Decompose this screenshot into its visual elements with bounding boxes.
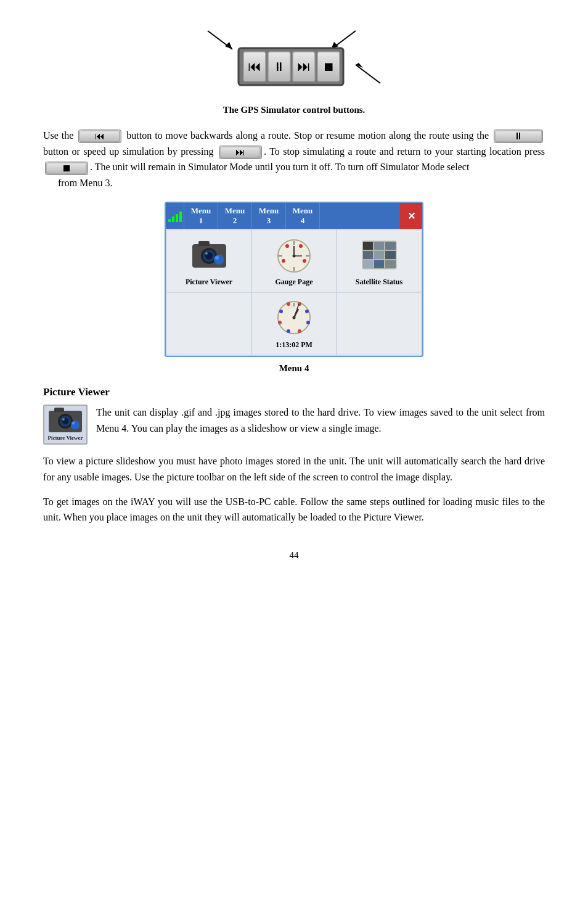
pv-icon-box: Picture Viewer: [43, 405, 88, 445]
menu-cell-empty-2: [337, 293, 421, 355]
svg-point-28: [205, 252, 208, 255]
svg-rect-50: [385, 242, 396, 250]
stop-inline: ⏹: [45, 162, 88, 175]
svg-point-64: [287, 329, 290, 333]
svg-rect-24: [198, 241, 210, 246]
menu-cell-clock[interactable]: 1:13:02 PM: [252, 293, 336, 355]
pv-para2: To get images on the iWAY you will use t…: [43, 494, 545, 525]
pv-camera-svg: [47, 406, 84, 435]
svg-rect-49: [374, 242, 384, 250]
signal-bar-4: [179, 212, 182, 222]
svg-text:⏸: ⏸: [273, 60, 285, 73]
gps-buttons-wrapper: ⏮ ⏸ ⏭ ⏹: [189, 25, 399, 93]
svg-point-37: [299, 244, 303, 248]
pv-icon-label: Picture Viewer: [47, 435, 83, 441]
pv-intro: Picture Viewer The unit can display .gif…: [43, 405, 545, 445]
svg-point-38: [282, 259, 285, 263]
menu4-tabs: Menu1 Menu2 Menu3 Menu4 ✕: [166, 203, 422, 229]
gps-caption: The GPS Simulator control buttons.: [223, 105, 365, 115]
skip-back-inline: ⏮: [78, 130, 121, 143]
page-number: 44: [43, 550, 545, 561]
svg-text:⏮: ⏮: [95, 131, 105, 141]
svg-line-4: [356, 65, 380, 83]
menu4-caption: Menu 4: [279, 363, 309, 374]
svg-point-30: [215, 256, 219, 260]
menu4-grid: Menu1 Menu2 Menu3 Menu4 ✕: [165, 202, 423, 357]
svg-point-69: [293, 316, 296, 319]
signal-bar-3: [176, 214, 178, 222]
svg-text:⏭: ⏭: [297, 59, 311, 74]
pause-inline: ⏸: [494, 130, 543, 143]
pv-para1: To view a picture slideshow you must hav…: [43, 453, 545, 485]
menu-cell-satellite-status[interactable]: Satellite Status: [337, 230, 421, 292]
menu4-grid-body: Picture Viewer: [166, 229, 422, 356]
menu-cell-empty-1: [167, 293, 251, 355]
fwd-inline: ⏭: [219, 146, 262, 159]
signal-bar-1: [168, 219, 171, 222]
svg-point-29: [214, 255, 224, 265]
satellite-icon: [357, 237, 401, 274]
gauge-svg: [275, 237, 313, 273]
svg-point-39: [303, 259, 306, 263]
signal-icon: [166, 203, 184, 229]
clock-svg: [275, 300, 313, 336]
gps-arrows-svg: ⏮ ⏸ ⏭ ⏹: [189, 25, 399, 93]
menu-close-button[interactable]: ✕: [400, 203, 422, 229]
satellite-status-label: Satellite Status: [356, 278, 402, 287]
gps-body-text: Use the ⏮ button to move backwards along…: [43, 128, 545, 191]
svg-point-63: [306, 321, 310, 324]
svg-point-58: [287, 302, 290, 306]
menu-cell-gauge-page[interactable]: Gauge Page: [252, 230, 336, 292]
pv-section-title: Picture Viewer: [43, 386, 545, 398]
picture-viewer-label: Picture Viewer: [186, 278, 232, 287]
svg-point-65: [298, 329, 301, 333]
svg-point-75: [62, 418, 65, 421]
svg-rect-56: [385, 260, 396, 268]
svg-rect-48: [363, 242, 373, 250]
svg-text:⏹: ⏹: [62, 163, 71, 173]
svg-rect-54: [363, 260, 373, 268]
menu-tab-4[interactable]: Menu4: [286, 203, 320, 229]
svg-text:⏹: ⏹: [322, 60, 335, 73]
gauge-icon: [272, 237, 316, 274]
svg-text:⏭: ⏭: [235, 147, 245, 157]
svg-rect-51: [363, 251, 373, 259]
svg-rect-71: [54, 408, 64, 412]
gps-figure: ⏮ ⏸ ⏭ ⏹ The GPS Simulator control button…: [43, 25, 545, 121]
pv-intro-text: The unit can display .gif and .jpg image…: [96, 405, 545, 436]
clock-icon: [272, 300, 316, 337]
svg-text:⏮: ⏮: [248, 59, 261, 74]
svg-point-60: [279, 310, 283, 313]
time-label: 1:13:02 PM: [276, 340, 312, 350]
camera-svg: [189, 238, 229, 272]
menu-tab-1[interactable]: Menu1: [184, 203, 218, 229]
svg-point-62: [278, 321, 282, 324]
svg-point-76: [71, 421, 80, 429]
signal-bar-2: [172, 216, 174, 222]
picture-viewer-icon: [187, 237, 231, 274]
picture-viewer-section: Picture Viewer Picture Viewer The unit c…: [43, 386, 545, 525]
svg-text:⏸: ⏸: [513, 131, 523, 141]
svg-rect-53: [385, 251, 396, 259]
gauge-page-label: Gauge Page: [276, 278, 313, 287]
menu-tab-2[interactable]: Menu2: [218, 203, 252, 229]
svg-rect-55: [374, 260, 384, 268]
svg-point-61: [305, 310, 309, 313]
satellite-svg: [359, 238, 399, 272]
svg-rect-52: [374, 251, 384, 259]
menu4-figure: Menu1 Menu2 Menu3 Menu4 ✕: [43, 202, 545, 374]
svg-marker-1: [225, 42, 232, 49]
signal-bars: [168, 210, 182, 222]
menu-cell-picture-viewer[interactable]: Picture Viewer: [167, 230, 251, 292]
svg-point-77: [72, 422, 75, 425]
svg-point-42: [293, 254, 296, 257]
svg-point-36: [285, 244, 289, 248]
menu-tab-3[interactable]: Menu3: [252, 203, 286, 229]
